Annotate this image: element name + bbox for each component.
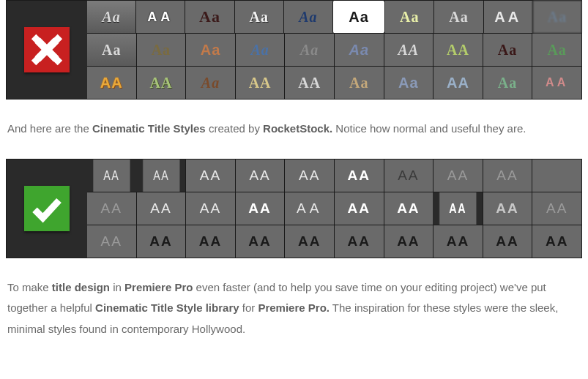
text: And here are the	[7, 122, 92, 135]
bad-swatch[interactable]: Aa	[332, 1, 384, 33]
good-swatch[interactable]: AA	[334, 160, 384, 192]
good-styles-grid: AAAAAAAAAAAAAAAAAAAAAAAAAAAAAAAAAAAAAAAA…	[87, 160, 581, 258]
bad-styles-panel: AaAAAaAaAaAaAaAaAAAaAaAaAaAaAaAaAAAAAaAa…	[6, 0, 582, 100]
text: for	[239, 301, 258, 314]
good-swatch[interactable]: AA	[384, 192, 433, 225]
text: Notice how normal and useful they are.	[332, 122, 526, 135]
bad-row: AaAaAaAaAaAaAAAAAaAa	[87, 33, 581, 66]
text-bold: Premiere Pro.	[258, 301, 330, 314]
good-swatch[interactable]: AA	[87, 225, 136, 258]
cross-icon	[24, 27, 70, 72]
bad-swatch[interactable]: Aa	[87, 1, 135, 33]
good-swatch[interactable]: AA	[235, 225, 285, 258]
bad-swatch[interactable]: Aa	[433, 1, 483, 33]
intro-paragraph-2: To make title design in Premiere Pro eve…	[0, 258, 588, 359]
bad-swatch[interactable]: Aa	[185, 34, 235, 66]
bad-swatch[interactable]: Aa	[136, 34, 186, 66]
good-swatch[interactable]: AA	[93, 160, 130, 192]
bad-swatch[interactable]: Aa	[185, 67, 235, 99]
bad-swatch[interactable]: AA	[235, 67, 285, 99]
good-swatch[interactable]: AA	[235, 192, 285, 225]
good-swatch[interactable]: AA	[235, 160, 285, 192]
good-swatch[interactable]: AA	[439, 192, 477, 225]
good-row: AAAAAAAAAAAAAAAAAA	[87, 160, 581, 192]
good-swatch[interactable]: AA	[136, 192, 186, 225]
bad-swatch[interactable]: AA	[483, 1, 532, 33]
bad-swatch[interactable]: AA	[136, 67, 186, 99]
good-swatch[interactable]: AA	[384, 225, 433, 258]
bad-swatch[interactable]: AA	[384, 34, 433, 66]
good-row: AAAAAAAAAAAAAAAAAAAA	[87, 192, 581, 225]
bad-swatch[interactable]: Aa	[87, 34, 136, 66]
good-swatch[interactable]: AA	[433, 160, 483, 192]
bad-swatch[interactable]: Aa	[283, 1, 332, 33]
bad-swatch[interactable]: AA	[284, 67, 334, 99]
bad-swatch[interactable]: Aa	[185, 1, 234, 33]
bad-row: AAAAAaAAAAAaAaAAAaAA	[87, 66, 581, 99]
bad-swatch[interactable]: Aa	[284, 34, 334, 66]
good-swatch[interactable]: AA	[136, 225, 186, 258]
good-swatch[interactable]: AA	[185, 192, 235, 225]
good-swatch[interactable]: AA	[334, 225, 384, 258]
bad-swatch[interactable]: Aa	[334, 67, 384, 99]
good-swatch[interactable]: AA	[185, 160, 235, 192]
bad-swatch[interactable]: Aa	[483, 34, 532, 66]
good-swatch[interactable]: AA	[185, 225, 235, 258]
bad-swatch[interactable]: Aa	[532, 1, 581, 33]
text-bold: Cinematic Title Styles	[92, 122, 206, 135]
good-swatch[interactable]	[532, 160, 581, 192]
bad-swatch[interactable]: Aa	[532, 34, 581, 66]
bad-swatch[interactable]: Aa	[234, 1, 283, 33]
good-swatch[interactable]: AA	[284, 225, 334, 258]
text-bold: Premiere Pro	[124, 281, 193, 293]
good-swatch[interactable]: AA	[532, 225, 581, 258]
text: in	[110, 281, 124, 293]
good-row: AAAAAAAAAAAAAAAAAAAA	[87, 225, 581, 258]
intro-paragraph-1: And here are the Cinematic Title Styles …	[0, 100, 588, 159]
good-swatch[interactable]: AA	[532, 192, 581, 225]
bad-swatch[interactable]: AA	[433, 34, 483, 66]
bad-swatch[interactable]: Aa	[334, 34, 384, 66]
good-swatch[interactable]: AA	[284, 192, 334, 225]
bad-swatch[interactable]: AA	[532, 67, 581, 99]
text: To make	[7, 281, 52, 293]
good-styles-panel: AAAAAAAAAAAAAAAAAAAAAAAAAAAAAAAAAAAAAAAA…	[6, 159, 582, 258]
check-icon	[24, 186, 70, 231]
good-swatch[interactable]: AA	[384, 160, 433, 192]
good-swatch[interactable]: AA	[433, 225, 483, 258]
good-swatch[interactable]: AA	[87, 192, 136, 225]
text-bold: title design	[52, 281, 110, 293]
text-bold: Cinematic Title Style library	[95, 301, 239, 314]
good-swatch[interactable]: AA	[483, 225, 532, 258]
bad-swatch[interactable]: AA	[433, 67, 483, 99]
bad-swatch[interactable]: Aa	[384, 1, 433, 33]
good-swatch[interactable]: AA	[483, 160, 532, 192]
good-swatch[interactable]: AA	[483, 192, 532, 225]
bad-swatch[interactable]: AA	[87, 67, 136, 99]
good-icon-area	[7, 160, 87, 258]
bad-icon-area	[7, 1, 87, 99]
bad-swatch[interactable]: Aa	[384, 67, 433, 99]
bad-swatch[interactable]: Aa	[483, 67, 532, 99]
good-swatch[interactable]: AA	[284, 160, 334, 192]
good-swatch[interactable]: AA	[142, 160, 179, 192]
text: created by	[206, 122, 263, 135]
good-swatch[interactable]: AA	[334, 192, 384, 225]
text-bold: RocketStock.	[263, 122, 332, 135]
bad-styles-grid: AaAAAaAaAaAaAaAaAAAaAaAaAaAaAaAaAAAAAaAa…	[87, 1, 581, 99]
bad-row: AaAAAaAaAaAaAaAaAAAa	[87, 1, 581, 33]
bad-swatch[interactable]: AA	[135, 1, 185, 33]
bad-swatch[interactable]: Aa	[235, 34, 285, 66]
